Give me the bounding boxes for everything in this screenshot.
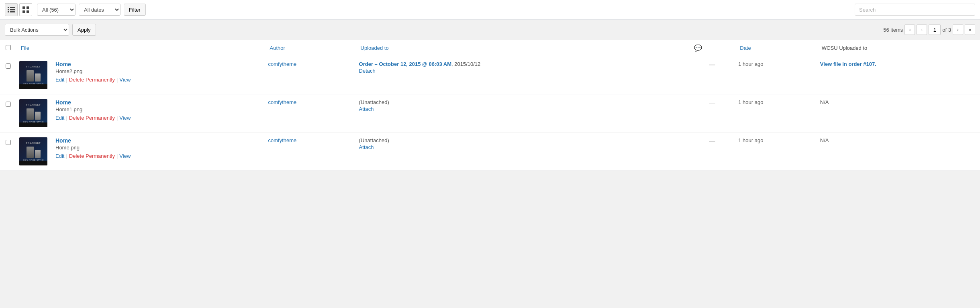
thumbnail-cell: FREAKSET PICK YOUR STYLE — [16, 56, 52, 94]
view-action[interactable]: View — [119, 153, 131, 159]
last-page-button[interactable]: » — [965, 24, 975, 35]
uploaded-action-link[interactable]: Detach — [359, 68, 686, 74]
row-checkbox-cell — [0, 56, 16, 94]
thumbnail: FREAKSET PICK YOUR STYLE — [19, 99, 47, 127]
next-page-button[interactable]: › — [953, 24, 963, 35]
items-count: 56 items — [883, 27, 903, 33]
uploaded-date: , 2015/10/12 — [451, 61, 480, 67]
author-cell[interactable]: comfytheme — [265, 56, 356, 94]
file-info-cell: Home Home1.png Edit | Delete Permanently… — [52, 94, 265, 133]
date-cell: 1 hour ago — [735, 133, 817, 171]
file-name: Home2.png — [55, 68, 262, 74]
uploaded-to-header[interactable]: Uploaded to — [356, 40, 689, 56]
separator: | — [66, 77, 67, 83]
uploaded-to-link[interactable]: Order – October 12, 2015 @ 06:03 AM — [359, 61, 451, 67]
edit-action[interactable]: Edit — [55, 77, 64, 83]
date-value: 1 hour ago — [738, 99, 763, 105]
uploaded-action-link[interactable]: Attach — [359, 144, 686, 150]
comments-value: — — [709, 137, 715, 144]
view-action[interactable]: View — [119, 77, 131, 83]
row-checkbox-cell — [0, 94, 16, 133]
svg-rect-6 — [22, 6, 25, 9]
unattached-label: (Unattached) — [359, 99, 389, 105]
uploaded-to-cell: (Unattached) Attach — [356, 133, 689, 171]
comments-header: 💬 — [689, 40, 735, 56]
view-action[interactable]: View — [119, 115, 131, 121]
author-cell[interactable]: comfytheme — [265, 133, 356, 171]
apply-button[interactable]: Apply — [72, 24, 96, 36]
separator: | — [66, 153, 67, 159]
table-header-row: File Author Uploaded to 💬 Date WCSU Uplo… — [0, 40, 980, 56]
comments-cell: — — [689, 56, 735, 94]
separator: | — [116, 77, 118, 83]
file-title-link[interactable]: Home — [55, 61, 262, 67]
svg-rect-1 — [10, 7, 15, 8]
file-title-link[interactable]: Home — [55, 137, 262, 144]
wcsu-cell: N/A — [817, 94, 980, 133]
row-actions: Edit | Delete Permanently | View — [55, 153, 262, 159]
thumbnail-cell: FREAKSET PICK YOUR STYLE — [16, 133, 52, 171]
select-all-checkbox[interactable] — [6, 45, 11, 50]
date-cell: 1 hour ago — [735, 56, 817, 94]
file-header[interactable]: File — [16, 40, 265, 56]
prev-page-button[interactable]: ‹ — [917, 24, 927, 35]
wcsu-na: N/A — [820, 99, 829, 105]
row-actions: Edit | Delete Permanently | View — [55, 115, 262, 121]
file-info-cell: Home Home2.png Edit | Delete Permanently… — [52, 56, 265, 94]
view-toggle — [5, 3, 32, 16]
bulk-actions-select[interactable]: Bulk Actions — [5, 24, 69, 36]
table-row: FREAKSET PICK YOUR STYLE Home Home2.png … — [0, 56, 980, 94]
author-header[interactable]: Author — [265, 40, 356, 56]
separator: | — [116, 115, 118, 121]
row-checkbox[interactable] — [6, 102, 11, 107]
table-row: FREAKSET PICK YOUR STYLE Home Home.png E… — [0, 133, 980, 171]
svg-rect-7 — [27, 6, 29, 9]
svg-rect-9 — [27, 10, 29, 13]
list-view-button[interactable] — [5, 3, 18, 16]
first-page-button[interactable]: « — [904, 24, 915, 35]
row-checkbox[interactable] — [6, 140, 11, 145]
svg-rect-4 — [8, 11, 9, 12]
svg-rect-5 — [10, 11, 15, 12]
page-number-input[interactable] — [929, 24, 941, 35]
row-checkbox-cell — [0, 133, 16, 171]
filter-all-select[interactable]: All (56) — [37, 4, 76, 16]
edit-action[interactable]: Edit — [55, 153, 64, 159]
media-table: File Author Uploaded to 💬 Date WCSU Uplo… — [0, 40, 980, 171]
filter-dates-select[interactable]: All dates — [79, 4, 120, 16]
comments-value: — — [709, 99, 715, 106]
bulk-bar: Bulk Actions Apply 56 items « ‹ of 3 › » — [0, 20, 980, 40]
file-name: Home1.png — [55, 106, 262, 112]
delete-action[interactable]: Delete Permanently — [69, 115, 115, 121]
edit-action[interactable]: Edit — [55, 115, 64, 121]
svg-rect-2 — [8, 9, 9, 10]
date-header[interactable]: Date — [735, 40, 817, 56]
uploaded-action-link[interactable]: Attach — [359, 106, 686, 112]
wcsu-link[interactable]: View file in order #107. — [820, 61, 876, 67]
filter-button[interactable]: Filter — [124, 4, 146, 16]
comments-cell: — — [689, 94, 735, 133]
svg-rect-3 — [10, 9, 15, 10]
date-cell: 1 hour ago — [735, 94, 817, 133]
file-title-link[interactable]: Home — [55, 99, 262, 106]
row-checkbox[interactable] — [6, 63, 11, 69]
search-input[interactable] — [855, 4, 975, 16]
delete-action[interactable]: Delete Permanently — [69, 77, 115, 83]
delete-action[interactable]: Delete Permanently — [69, 153, 115, 159]
wcsu-cell: View file in order #107. — [817, 56, 980, 94]
uploaded-to-cell: (Unattached) Attach — [356, 94, 689, 133]
select-all-header — [0, 40, 16, 56]
date-value: 1 hour ago — [738, 61, 763, 67]
date-value: 1 hour ago — [738, 137, 763, 143]
file-name: Home.png — [55, 145, 262, 151]
uploaded-to-cell: Order – October 12, 2015 @ 06:03 AM, 201… — [356, 56, 689, 94]
table-row: FREAKSET PICK YOUR STYLE Home Home1.png … — [0, 94, 980, 133]
separator: | — [116, 153, 118, 159]
svg-rect-8 — [22, 10, 25, 13]
comment-bubble-icon: 💬 — [694, 45, 702, 51]
wcsu-cell: N/A — [817, 133, 980, 171]
separator: | — [66, 115, 67, 121]
of-text: of 3 — [942, 27, 951, 33]
author-cell[interactable]: comfytheme — [265, 94, 356, 133]
grid-view-button[interactable] — [19, 3, 32, 16]
